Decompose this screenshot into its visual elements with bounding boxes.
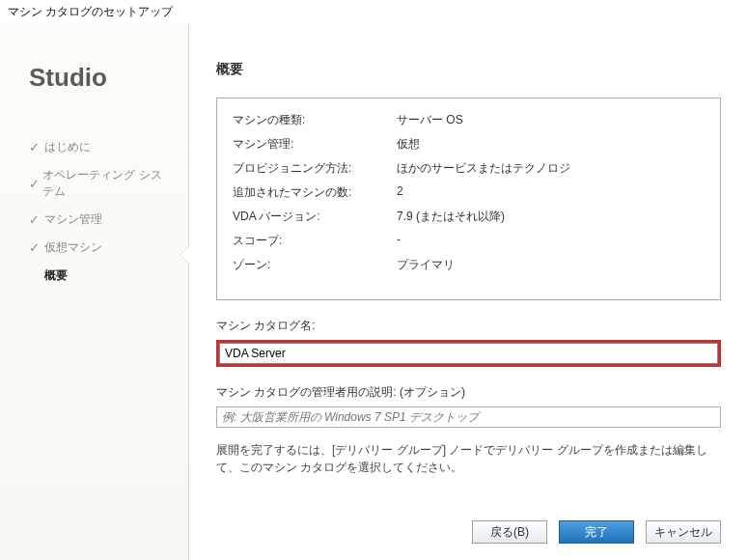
- summary-value: サーバー OS: [397, 112, 705, 128]
- summary-box: マシンの種類: サーバー OS マシン管理: 仮想 プロビジョニング方法: ほか…: [216, 98, 721, 300]
- sidebar: Studio ✓ はじめに ✓ オペレーティング システム ✓ マシン管理 ✓ …: [0, 24, 188, 560]
- summary-label: 追加されたマシンの数:: [233, 184, 397, 201]
- check-icon: ✓: [29, 212, 44, 227]
- nav-step-intro[interactable]: ✓ はじめに: [29, 139, 169, 155]
- nav-step-label: オペレーティング システム: [42, 167, 169, 200]
- summary-value: -: [397, 233, 705, 249]
- summary-value: プライマリ: [397, 257, 705, 273]
- nav-step-vm[interactable]: ✓ 仮想マシン: [29, 239, 169, 256]
- brand-title: Studio: [29, 63, 169, 93]
- button-bar: 戻る(B) 完了 キャンセル: [472, 520, 721, 544]
- summary-value: 2: [397, 184, 705, 201]
- summary-row: ゾーン: プライマリ: [233, 257, 705, 273]
- nav-step-label: はじめに: [44, 139, 91, 155]
- summary-row: マシン管理: 仮想: [233, 136, 705, 153]
- summary-value: 仮想: [397, 136, 705, 153]
- summary-row: プロビジョニング方法: ほかのサービスまたはテクノロジ: [233, 160, 705, 177]
- check-icon: ✓: [29, 140, 44, 154]
- summary-row: マシンの種類: サーバー OS: [233, 112, 705, 128]
- summary-row: VDA バージョン: 7.9 (またはそれ以降): [233, 209, 705, 225]
- admin-desc-label: マシン カタログの管理者用の説明: (オプション): [216, 384, 721, 401]
- nav-step-machine-mgmt[interactable]: ✓ マシン管理: [29, 211, 169, 228]
- footnote-text: 展開を完了するには、[デリバリー グループ] ノードでデリバリー グループを作成…: [216, 441, 721, 476]
- cancel-button[interactable]: キャンセル: [646, 520, 721, 544]
- summary-label: VDA バージョン:: [233, 209, 397, 225]
- nav-step-label: 仮想マシン: [44, 239, 102, 256]
- summary-label: マシンの種類:: [233, 112, 397, 128]
- catalog-name-highlight: [216, 340, 721, 367]
- summary-label: マシン管理:: [233, 136, 397, 153]
- nav-step-label: 概要: [44, 267, 68, 284]
- summary-row: スコープ: -: [233, 233, 705, 249]
- main-panel: 概要 マシンの種類: サーバー OS マシン管理: 仮想 プロビジョニング方法:…: [188, 24, 748, 560]
- summary-label: ゾーン:: [233, 257, 397, 273]
- summary-label: スコープ:: [233, 233, 397, 249]
- catalog-name-input[interactable]: [219, 343, 718, 364]
- admin-desc-input[interactable]: [216, 406, 721, 428]
- window-title: マシン カタログのセットアップ: [0, 0, 748, 24]
- pointer-icon: [180, 246, 189, 264]
- nav-step-os[interactable]: ✓ オペレーティング システム: [29, 167, 169, 200]
- back-button[interactable]: 戻る(B): [472, 520, 547, 544]
- summary-row: 追加されたマシンの数: 2: [233, 184, 705, 201]
- summary-value: ほかのサービスまたはテクノロジ: [397, 160, 705, 177]
- nav-step-summary[interactable]: ✓ 概要: [29, 267, 169, 284]
- page-title: 概要: [216, 61, 721, 78]
- nav-step-label: マシン管理: [44, 211, 102, 228]
- catalog-name-label: マシン カタログ名:: [216, 318, 721, 334]
- check-icon: ✓: [29, 240, 44, 255]
- wizard-container: Studio ✓ はじめに ✓ オペレーティング システム ✓ マシン管理 ✓ …: [0, 24, 748, 560]
- finish-button[interactable]: 完了: [559, 520, 634, 544]
- summary-value: 7.9 (またはそれ以降): [397, 209, 705, 225]
- summary-label: プロビジョニング方法:: [233, 160, 397, 177]
- check-icon: ✓: [29, 177, 42, 191]
